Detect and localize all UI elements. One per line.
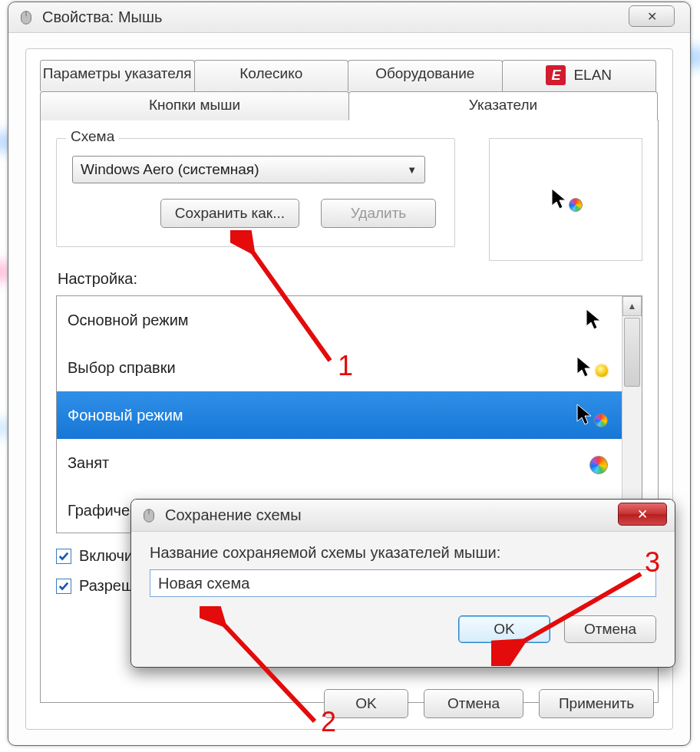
checkbox-icon <box>56 549 71 564</box>
scheme-legend: Схема <box>66 128 119 145</box>
checkbox-icon <box>56 579 71 594</box>
mouse-icon <box>18 9 35 26</box>
titlebar[interactable]: Свойства: Мышь ✕ <box>8 2 690 33</box>
cursor-help-icon <box>574 355 608 380</box>
tab-buttons[interactable]: Кнопки мыши <box>40 91 349 120</box>
settings-label: Настройка: <box>58 270 642 288</box>
tab-row-upper: Параметры указателя Колесико Оборудовани… <box>40 60 659 91</box>
dialog-bottom-buttons: OK Отмена Применить <box>324 689 654 718</box>
scheme-combobox[interactable]: Windows Aero (системная) ▼ <box>72 156 425 183</box>
delete-scheme-button: Удалить <box>321 199 436 228</box>
window-title: Свойства: Мышь <box>42 8 162 26</box>
list-item[interactable]: Фоновый режим <box>57 391 622 439</box>
cursor-arrow-icon <box>583 308 608 332</box>
cancel-button[interactable]: Отмена <box>424 689 523 718</box>
apply-button[interactable]: Применить <box>539 689 654 718</box>
chevron-down-icon: ▼ <box>407 164 417 176</box>
dialog-ok-button[interactable]: OK <box>458 615 550 643</box>
window-close-button[interactable]: ✕ <box>629 5 675 27</box>
tab-pointers[interactable]: Указатели <box>348 91 658 120</box>
cursor-preview <box>489 138 642 261</box>
scheme-group: Схема Windows Aero (системная) ▼ Сохрани… <box>56 138 455 247</box>
list-item-label: Фоновый режим <box>68 407 183 424</box>
annotation-number-3: 3 <box>645 546 660 579</box>
annotation-number-2: 2 <box>321 706 336 738</box>
dialog-title: Сохранение схемы <box>165 506 302 524</box>
pointer-list-items: Основной режим Выбор справки Фоновый реж… <box>57 296 622 533</box>
save-as-button[interactable]: Сохранить как... <box>160 199 299 228</box>
dialog-prompt: Название сохраняемой схемы указателей мы… <box>150 544 656 562</box>
mouse-icon <box>140 507 157 524</box>
list-item-label: Основной режим <box>68 312 189 329</box>
scroll-up-button[interactable]: ▲ <box>622 296 642 316</box>
tab-row-lower: Кнопки мыши Указатели <box>40 91 659 120</box>
list-item-label: Выбор справки <box>68 359 176 377</box>
dialog-titlebar[interactable]: Сохранение схемы ✕ <box>131 500 675 532</box>
list-scrollbar[interactable]: ▲ ▼ <box>622 296 642 533</box>
ok-button[interactable]: OK <box>324 689 408 718</box>
tab-elan-label: ELAN <box>573 67 612 84</box>
cursor-busy-icon <box>574 403 608 427</box>
tab-hardware[interactable]: Оборудование <box>348 60 503 91</box>
dialog-cancel-button[interactable]: Отмена <box>564 615 656 643</box>
busy-wheel-icon <box>569 198 583 212</box>
cursor-wait-icon <box>589 451 608 474</box>
tab-pointer-options[interactable]: Параметры указателя <box>40 60 195 91</box>
elan-icon: E <box>546 65 566 85</box>
list-item[interactable]: Основной режим <box>57 296 622 344</box>
scheme-name-input[interactable] <box>150 569 656 597</box>
list-item-label: Занят <box>68 454 109 472</box>
pointer-listbox[interactable]: Основной режим Выбор справки Фоновый реж… <box>56 295 642 533</box>
annotation-number-1: 1 <box>338 350 353 382</box>
scheme-selected: Windows Aero (системная) <box>81 161 259 178</box>
list-item[interactable]: Занят <box>57 439 622 486</box>
tab-wheel[interactable]: Колесико <box>194 60 349 91</box>
save-scheme-dialog: Сохранение схемы ✕ Название сохраняемой … <box>130 499 675 668</box>
dialog-close-button[interactable]: ✕ <box>618 503 667 526</box>
scroll-thumb[interactable] <box>624 318 640 387</box>
tab-elan[interactable]: E ELAN <box>502 60 657 91</box>
